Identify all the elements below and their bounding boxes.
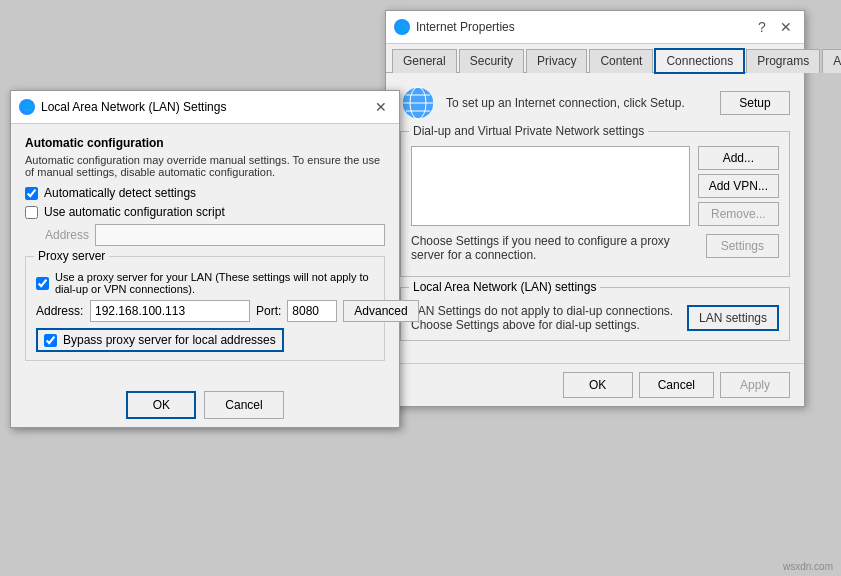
auto-script-row: Use automatic configuration script bbox=[25, 205, 385, 219]
bypass-proxy-row: Bypass proxy server for local addresses bbox=[36, 328, 374, 352]
use-proxy-checkbox[interactable] bbox=[36, 277, 49, 290]
inet-setup-text: To set up an Internet connection, click … bbox=[446, 96, 710, 110]
proxy-text: Choose Settings if you need to configure… bbox=[411, 234, 706, 262]
lan-settings-window: 🌐 Local Area Network (LAN) Settings ✕ Au… bbox=[10, 90, 400, 428]
lan-content: Automatic configuration Automatic config… bbox=[11, 124, 399, 383]
tab-content[interactable]: Content bbox=[589, 49, 653, 73]
lan-title-text: Local Area Network (LAN) Settings bbox=[41, 100, 226, 114]
setup-button[interactable]: Setup bbox=[720, 91, 790, 115]
inet-setup-row: To set up an Internet connection, click … bbox=[400, 85, 790, 121]
vpn-list[interactable] bbox=[411, 146, 690, 226]
address-input[interactable] bbox=[95, 224, 385, 246]
proxy-port-label: Port: bbox=[256, 304, 281, 318]
lan-close-button[interactable]: ✕ bbox=[371, 97, 391, 117]
tab-programs[interactable]: Programs bbox=[746, 49, 820, 73]
proxy-server-title: Proxy server bbox=[34, 249, 109, 263]
proxy-address-input[interactable] bbox=[90, 300, 250, 322]
auto-detect-checkbox[interactable] bbox=[25, 187, 38, 200]
lan-bottom-buttons: OK Cancel bbox=[11, 383, 399, 427]
inet-tabs: General Security Privacy Content Connect… bbox=[386, 44, 804, 73]
inet-titlebar: 🌐 Internet Properties ? ✕ bbox=[386, 11, 804, 44]
use-proxy-row: Use a proxy server for your LAN (These s… bbox=[36, 271, 374, 295]
auto-script-checkbox[interactable] bbox=[25, 206, 38, 219]
proxy-settings-row: Choose Settings if you need to configure… bbox=[411, 234, 779, 268]
vpn-group-label: Dial-up and Virtual Private Network sett… bbox=[409, 124, 648, 138]
lan-title-left: 🌐 Local Area Network (LAN) Settings bbox=[19, 99, 226, 115]
add-vpn-button[interactable]: Add VPN... bbox=[698, 174, 779, 198]
auto-config-desc: Automatic configuration may override man… bbox=[25, 154, 385, 178]
lan-settings-section: Local Area Network (LAN) settings LAN Se… bbox=[400, 287, 790, 341]
wsxdn-footer: wsxdn.com bbox=[783, 561, 833, 572]
settings-button[interactable]: Settings bbox=[706, 234, 779, 258]
help-button[interactable]: ? bbox=[752, 17, 772, 37]
tab-security[interactable]: Security bbox=[459, 49, 524, 73]
lan-settings-button[interactable]: LAN settings bbox=[687, 305, 779, 331]
close-button[interactable]: ✕ bbox=[776, 17, 796, 37]
script-address-row: Address bbox=[45, 224, 385, 246]
auto-config-title: Automatic configuration bbox=[25, 136, 385, 150]
internet-properties-window: 🌐 Internet Properties ? ✕ General Securi… bbox=[385, 10, 805, 407]
lan-titlebar: 🌐 Local Area Network (LAN) Settings ✕ bbox=[11, 91, 399, 124]
proxy-server-section: Proxy server Use a proxy server for your… bbox=[25, 256, 385, 361]
lan-section-label: Local Area Network (LAN) settings bbox=[409, 280, 600, 294]
inet-title-controls: ? ✕ bbox=[752, 17, 796, 37]
lan-cancel-button[interactable]: Cancel bbox=[204, 391, 283, 419]
tab-general[interactable]: General bbox=[392, 49, 457, 73]
inet-title-text: Internet Properties bbox=[416, 20, 515, 34]
vpn-group: Dial-up and Virtual Private Network sett… bbox=[400, 131, 790, 277]
proxy-addr-label: Address: bbox=[36, 304, 84, 318]
proxy-addr-row: Address: Port: Advanced bbox=[36, 300, 374, 322]
inet-apply-button[interactable]: Apply bbox=[720, 372, 790, 398]
proxy-port-input[interactable] bbox=[287, 300, 337, 322]
lan-description: LAN Settings do not apply to dial-up con… bbox=[411, 304, 679, 332]
lan-row: LAN Settings do not apply to dial-up con… bbox=[411, 304, 779, 332]
bypass-checkbox[interactable] bbox=[44, 334, 57, 347]
lan-title-icon: 🌐 bbox=[19, 99, 35, 115]
remove-button[interactable]: Remove... bbox=[698, 202, 779, 226]
vpn-list-area: Add... Add VPN... Remove... bbox=[411, 146, 779, 226]
inet-ok-button[interactable]: OK bbox=[563, 372, 633, 398]
inet-title-left: 🌐 Internet Properties bbox=[394, 19, 515, 35]
tab-advanced[interactable]: Advanced bbox=[822, 49, 841, 73]
lan-ok-button[interactable]: OK bbox=[126, 391, 196, 419]
tab-connections[interactable]: Connections bbox=[655, 49, 744, 73]
inet-title-icon: 🌐 bbox=[394, 19, 410, 35]
inet-cancel-button[interactable]: Cancel bbox=[639, 372, 714, 398]
advanced-button[interactable]: Advanced bbox=[343, 300, 418, 322]
tab-privacy[interactable]: Privacy bbox=[526, 49, 587, 73]
add-button[interactable]: Add... bbox=[698, 146, 779, 170]
inet-globe-icon bbox=[400, 85, 436, 121]
bypass-label: Bypass proxy server for local addresses bbox=[63, 333, 276, 347]
auto-script-label: Use automatic configuration script bbox=[44, 205, 225, 219]
inet-bottom-buttons: OK Cancel Apply bbox=[386, 363, 804, 406]
auto-detect-row: Automatically detect settings bbox=[25, 186, 385, 200]
vpn-buttons: Add... Add VPN... Remove... bbox=[698, 146, 779, 226]
bypass-box: Bypass proxy server for local addresses bbox=[36, 328, 284, 352]
inet-content: To set up an Internet connection, click … bbox=[386, 73, 804, 363]
auto-config-section: Automatic configuration Automatic config… bbox=[25, 136, 385, 246]
auto-detect-label: Automatically detect settings bbox=[44, 186, 196, 200]
address-label: Address bbox=[45, 228, 89, 242]
use-proxy-label: Use a proxy server for your LAN (These s… bbox=[55, 271, 374, 295]
